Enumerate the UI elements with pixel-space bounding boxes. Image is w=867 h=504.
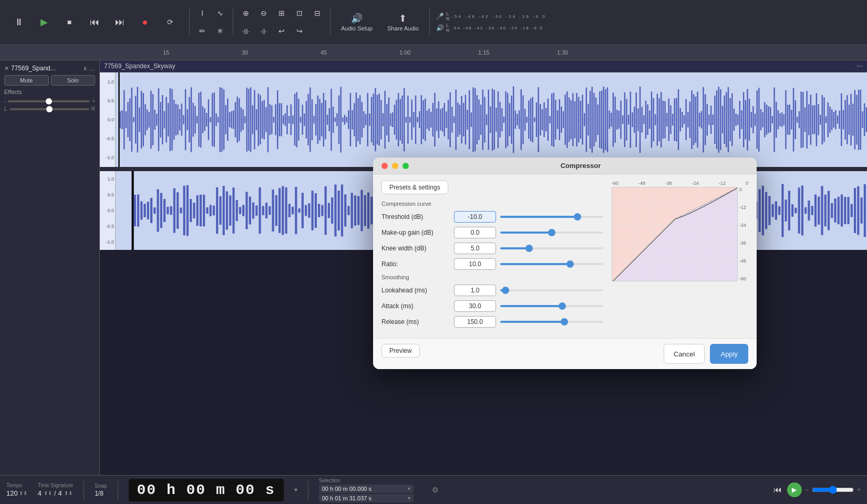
waveform-svg-upper: // This won't run inside SVG, so we use …	[100, 72, 867, 167]
tempo-stepper[interactable]: ⬆⬇	[19, 490, 27, 496]
solo-button[interactable]: Solo	[51, 75, 96, 86]
record-button[interactable]: ●	[133, 10, 157, 34]
audio-setup-label: Audio Setup	[341, 25, 373, 32]
mute-button[interactable]: Mute	[4, 75, 49, 86]
transport-controls: ⏸ ▶ ■ ⏮ ⏭ ● ⟳	[4, 10, 185, 34]
silence-button[interactable]: -||-	[255, 23, 272, 39]
time-sig-slash: /	[54, 489, 56, 497]
knee-width-slider[interactable]	[500, 247, 603, 249]
timecode-display: 00 h 00 m 00 s	[129, 479, 284, 501]
share-audio-button[interactable]: ⬆ Share Audio	[381, 9, 425, 35]
selection-end-value[interactable]: 00 h 01 m 31.037 s ▾	[319, 494, 414, 502]
pan-slider[interactable]	[9, 108, 89, 110]
top-toolbar: ⏸ ▶ ■ ⏮ ⏭ ● ⟳ I ∿ ✏ ✳ ⊕ ⊖ ⊞ ⊡ ⊟ -|||- -|…	[0, 0, 867, 45]
maximize-window-button[interactable]	[402, 163, 409, 169]
track-options-icon[interactable]: …	[89, 65, 95, 71]
knee-width-input[interactable]	[454, 243, 496, 254]
loop-button[interactable]: ⟳	[159, 10, 182, 34]
release-input[interactable]	[454, 316, 496, 328]
zoom-reset-button[interactable]: ⊟	[309, 5, 326, 22]
tempo-value: 120	[6, 489, 18, 497]
attack-input[interactable]	[454, 300, 496, 312]
dialog-title-bar: Compressor	[373, 158, 757, 174]
timeline-ruler[interactable]: 15 30 45 1:00 1:15 1:30	[0, 45, 867, 60]
time-sig-den: 4	[58, 489, 62, 497]
track-title-options[interactable]: ⋯	[856, 62, 863, 70]
lookahead-input[interactable]	[454, 285, 496, 296]
smooth-tool[interactable]: ∿	[212, 5, 229, 22]
apply-button[interactable]: Apply	[710, 344, 748, 364]
settings-gear-button[interactable]: ⚙	[424, 478, 447, 501]
compressor-dialog: Compressor Presets & settings Compressio…	[373, 158, 757, 369]
multi-tool[interactable]: ✳	[212, 23, 229, 39]
dialog-footer: Preview Cancel Apply	[373, 338, 757, 369]
presets-settings-button[interactable]: Presets & settings	[381, 181, 448, 194]
makeup-gain-input[interactable]	[454, 227, 496, 238]
timecode-dropdown-icon[interactable]: ▾	[294, 486, 297, 494]
lookahead-row: Lookahead (ms)	[381, 285, 603, 296]
ruler-mark-30: 30	[242, 49, 248, 56]
volume-slider[interactable]	[8, 100, 90, 102]
track-header: ✕ 77569_Spand... ∧ … Mute Solo Effects -…	[0, 60, 100, 491]
makeup-gain-slider[interactable]	[500, 232, 603, 234]
chart-area	[612, 187, 738, 281]
ruler-mark-115: 1:15	[478, 49, 489, 56]
zoom-sel-button[interactable]: ⊞	[273, 5, 290, 22]
ratio-slider[interactable]	[500, 263, 603, 265]
threshold-thumb	[574, 213, 581, 220]
track-name: 77569_Spand...	[11, 65, 81, 72]
skip-start-button[interactable]: ⏮	[83, 10, 106, 34]
sel-start-arrow: ▾	[408, 486, 410, 491]
selection-section: Selection 00 h 00 m 00.000 s ▾ 00 h 01 m…	[319, 478, 414, 502]
pause-button[interactable]: ⏸	[7, 10, 30, 34]
pencil-tool[interactable]: ✏	[194, 23, 211, 39]
stop-button[interactable]: ■	[58, 10, 81, 34]
attack-label: Attack (ms)	[381, 302, 450, 310]
skip-end-button[interactable]: ⏭	[108, 10, 131, 34]
threshold-input[interactable]	[454, 211, 496, 223]
trim-audio-button[interactable]: -|||-	[238, 23, 254, 39]
knee-width-thumb	[525, 245, 533, 252]
waveform-upper[interactable]: 1.0 0.5 0.0 -0.5 -1.0 // Th	[100, 72, 867, 167]
compressor-title: Compressor	[413, 162, 748, 170]
threshold-slider[interactable]	[500, 216, 603, 218]
playback-back-button[interactable]: ⏮	[771, 483, 784, 497]
ratio-input[interactable]	[454, 258, 496, 270]
playback-play-button[interactable]: ▶	[787, 482, 802, 497]
zoom-in-button[interactable]: ⊕	[238, 5, 254, 22]
undo-button[interactable]: ↩	[273, 23, 290, 39]
zoom-slider[interactable]	[812, 486, 854, 494]
lookahead-slider[interactable]	[500, 289, 603, 291]
pan-left-label: L	[4, 106, 7, 112]
vu-db-labels-top: -54 -48 -42 -30 -24 -18 -6 0	[451, 14, 546, 19]
release-slider[interactable]	[500, 321, 603, 323]
close-window-button[interactable]	[381, 163, 388, 169]
track-menu-icon[interactable]: ∧	[83, 65, 87, 72]
minimize-window-button[interactable]	[392, 163, 398, 169]
redo-button[interactable]: ↪	[291, 23, 308, 39]
audio-setup-button[interactable]: 🔊 Audio Setup	[335, 9, 379, 35]
zoom-out-button[interactable]: ⊖	[255, 5, 272, 22]
vu-mic-icon: 🎤	[436, 13, 444, 20]
selection-label: Selection	[319, 478, 414, 484]
tempo-section: Tempo 120 ⬆⬇	[6, 482, 27, 497]
preview-button[interactable]: Preview	[381, 344, 420, 358]
track-scale-lower: 1.0 0.5 0.0 -0.5 -1.0	[100, 171, 116, 250]
cancel-button[interactable]: Cancel	[664, 344, 705, 364]
ruler-mark-130: 1:30	[557, 49, 568, 56]
zoom-plus-icon: +	[857, 486, 861, 494]
track-close-icon[interactable]: ✕	[4, 65, 9, 72]
time-sig-label: Time Signature	[38, 482, 73, 488]
audio-setup-icon: 🔊	[351, 13, 363, 24]
selection-start-value[interactable]: 00 h 00 m 00.000 s ▾	[319, 485, 414, 493]
zoom-fit-button[interactable]: ⊡	[291, 5, 308, 22]
cursor-tool[interactable]: I	[194, 5, 211, 22]
time-sig-stepper-den[interactable]: ⬆⬇	[64, 490, 73, 496]
bar-divider-2	[118, 481, 118, 499]
vu-speaker-icon: 🔊	[436, 24, 444, 32]
attack-slider[interactable]	[500, 305, 603, 307]
play-button[interactable]: ▶	[33, 10, 56, 34]
time-sig-stepper-num[interactable]: ⬆⬇	[44, 490, 52, 496]
share-audio-label: Share Audio	[387, 25, 419, 32]
track-buttons: Mute Solo	[4, 75, 95, 86]
